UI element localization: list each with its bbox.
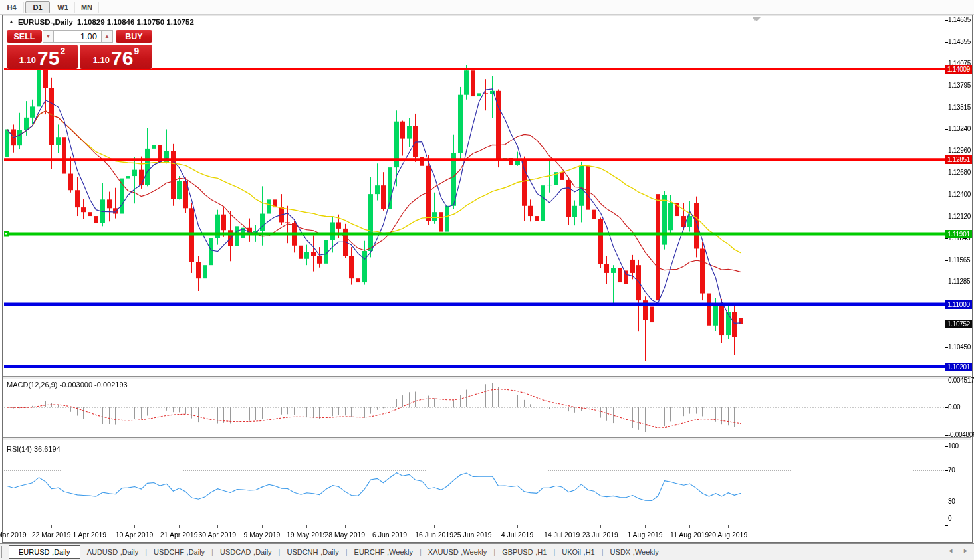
price-tick-label: 1.13240 bbox=[948, 125, 971, 132]
date-label: 10 Apr 2019 bbox=[116, 531, 154, 539]
macd-tick-label: 0.00 bbox=[948, 403, 960, 411]
date-label: 9 May 2019 bbox=[244, 531, 281, 539]
tab-gbpusd-h1[interactable]: GBPUSD-,H1 bbox=[495, 546, 553, 558]
tab-usdchf-daily[interactable]: USDCHF-,Daily bbox=[147, 546, 211, 558]
date-label: 21 Apr 2019 bbox=[160, 531, 198, 539]
spinner-down-icon: ▼ bbox=[46, 33, 51, 39]
sell-price-big: 75 bbox=[37, 50, 59, 67]
tab-ukoil-h1[interactable]: UKOil-,H1 bbox=[555, 546, 602, 558]
application-window: H4D1W1MN ▲ EURUSD-,Daily 1.10829 1.10846… bbox=[0, 0, 974, 560]
spinner-up-icon: ▲ bbox=[104, 33, 110, 39]
macd-indicator-label: MACD(12,26,9) -0.003000 -0.002193 bbox=[7, 381, 128, 389]
chart-shift-icon[interactable]: ▼ bbox=[751, 15, 758, 22]
rsi-indicator-label: RSI(14) 36.6194 bbox=[7, 445, 61, 453]
ohlc-marker-icon: ▲ bbox=[9, 19, 14, 25]
price-tick-label: 1.11565 bbox=[948, 256, 970, 264]
price-tick-label: 1.14355 bbox=[948, 38, 971, 45]
price-tick-label: 1.14635 bbox=[948, 16, 971, 23]
window-gripper-icon bbox=[1, 546, 7, 558]
rsi-pane-splitter[interactable] bbox=[3, 437, 971, 440]
tab-xauusd-weekly[interactable]: XAUUSD-,Weekly bbox=[422, 546, 493, 558]
price-badge: 1.11901 bbox=[945, 230, 972, 238]
chart-symbol-label: EURUSD-,Daily bbox=[18, 18, 73, 26]
one-click-trading-panel: SELL ▼ ▲ BUY 1.10 75 2 1.10 76 9 bbox=[7, 29, 152, 69]
tab-eurusd-daily[interactable]: EURUSD-,Daily bbox=[9, 545, 80, 559]
tab-audusd-daily[interactable]: AUDUSD-,Daily bbox=[80, 546, 146, 558]
buy-price-prefix: 1.10 bbox=[93, 55, 110, 65]
date-label: 20 Aug 2019 bbox=[708, 531, 747, 539]
date-label: 25 Jun 2019 bbox=[453, 531, 492, 539]
price-tick-label: 1.12400 bbox=[948, 191, 971, 198]
date-label: 1 Apr 2019 bbox=[72, 531, 106, 539]
date-label: 13 Mar 2019 bbox=[0, 531, 26, 539]
macd-tick-label: 0.004517 bbox=[948, 377, 974, 384]
rsi-tick-label: 70 bbox=[948, 466, 955, 474]
date-label: 4 Jul 2019 bbox=[501, 531, 533, 539]
price-tick-label: 1.13515 bbox=[948, 104, 971, 111]
buy-price-big: 76 bbox=[111, 50, 133, 67]
macd-pane-splitter[interactable] bbox=[3, 376, 971, 379]
chart-tab-bar: EURUSD-,DailyAUDUSD-,Daily|USDCHF-,Daily… bbox=[0, 543, 974, 560]
buy-button[interactable]: BUY bbox=[116, 30, 152, 43]
price-tick-label: 1.12680 bbox=[948, 169, 971, 176]
rsi-tick-label: 100 bbox=[948, 442, 959, 450]
price-tick-label: 1.11285 bbox=[948, 278, 970, 285]
sell-button[interactable]: SELL bbox=[7, 30, 42, 43]
price-tick-label: 1.10450 bbox=[948, 343, 971, 351]
tab-scroll-right-icon[interactable]: ► bbox=[963, 547, 969, 554]
sell-price-display[interactable]: 1.10 75 2 bbox=[7, 45, 78, 69]
tab-list: EURUSD-,DailyAUDUSD-,Daily|USDCHF-,Daily… bbox=[7, 545, 666, 559]
date-label: 22 Mar 2019 bbox=[32, 531, 71, 539]
tab-scroll-arrows: ◄ ► bbox=[947, 547, 969, 554]
sell-price-pip: 2 bbox=[60, 46, 65, 56]
date-label: 30 Apr 2019 bbox=[198, 531, 236, 539]
chart-quote-values: 1.10829 1.10846 1.10750 1.10752 bbox=[77, 18, 194, 26]
volume-decrease-button[interactable]: ▼ bbox=[43, 30, 54, 43]
date-label: 14 Jul 2019 bbox=[544, 531, 580, 539]
date-label: 16 Jun 2019 bbox=[415, 531, 453, 539]
date-label: 6 Jun 2019 bbox=[372, 531, 407, 539]
date-label: 1 Aug 2019 bbox=[627, 531, 662, 539]
price-badge: 1.11000 bbox=[945, 300, 972, 309]
price-badge: 1.10752 bbox=[945, 320, 972, 328]
buy-price-display[interactable]: 1.10 76 9 bbox=[80, 45, 152, 69]
date-axis-separator bbox=[3, 525, 971, 525]
price-tick-label: 1.12960 bbox=[948, 147, 971, 154]
chart-canvas[interactable] bbox=[0, 0, 974, 560]
rsi-tick-label: 30 bbox=[948, 498, 955, 505]
rsi-tick-label: 0 bbox=[948, 515, 951, 522]
date-label: 19 May 2019 bbox=[287, 531, 327, 539]
buy-price-pip: 9 bbox=[134, 46, 139, 56]
chart-title: ▲ EURUSD-,Daily 1.10829 1.10846 1.10750 … bbox=[9, 18, 194, 26]
tab-usdcnh-daily[interactable]: USDCNH-,Daily bbox=[280, 546, 345, 558]
price-tick-label: 1.13795 bbox=[948, 82, 971, 89]
price-badge: 1.10201 bbox=[945, 363, 972, 371]
tab-scroll-left-icon[interactable]: ◄ bbox=[947, 547, 953, 554]
volume-input[interactable] bbox=[54, 30, 102, 43]
date-label: 11 Aug 2019 bbox=[670, 531, 709, 539]
date-label: 28 May 2019 bbox=[324, 531, 365, 539]
sell-price-prefix: 1.10 bbox=[19, 55, 36, 65]
price-tick-label: 1.12120 bbox=[948, 213, 971, 220]
price-badge: 1.12851 bbox=[945, 155, 972, 164]
tab-usdcad-daily[interactable]: USDCAD-,Daily bbox=[213, 546, 279, 558]
volume-increase-button[interactable]: ▲ bbox=[102, 30, 113, 43]
macd-tick-label: -0.004806 bbox=[948, 431, 974, 438]
tab-eurchf-weekly[interactable]: EURCHF-,Weekly bbox=[348, 546, 420, 558]
price-badge: 1.14009 bbox=[945, 65, 972, 74]
tab-usdx-weekly[interactable]: USDX-,Weekly bbox=[604, 546, 666, 558]
date-label: 23 Jul 2019 bbox=[582, 531, 618, 539]
